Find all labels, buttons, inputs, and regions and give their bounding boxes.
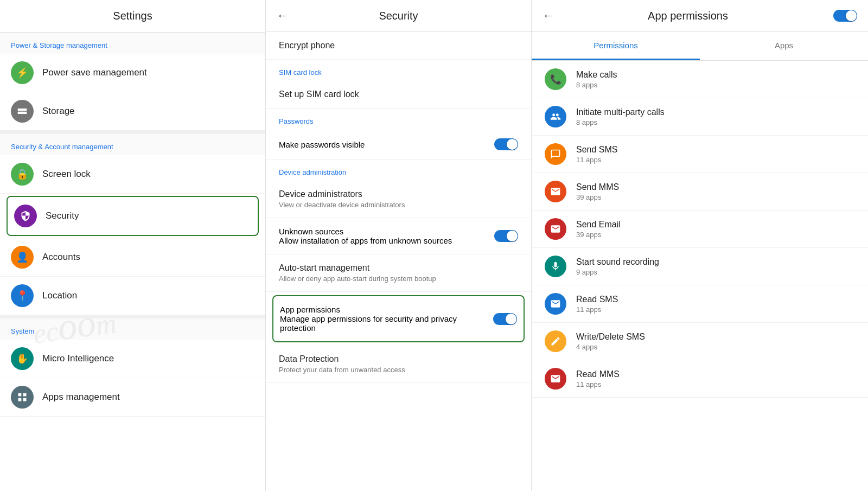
micro-label: Micro Intelligence (42, 353, 114, 364)
sound-recording-info: Start sound recording 9 apps (576, 257, 659, 276)
make-calls-info: Make calls 8 apps (576, 70, 617, 89)
perm-item-write-sms[interactable]: Write/Delete SMS 4 apps (532, 323, 868, 360)
device-admin-section-header: Device administration (266, 160, 531, 181)
read-mms-info: Read MMS 11 apps (576, 369, 620, 388)
make-calls-icon: 📞 (545, 68, 566, 90)
svg-rect-0 (18, 109, 27, 111)
micro-icon: ✋ (11, 347, 34, 370)
screenlock-label: Screen lock (42, 169, 91, 180)
device-admins-sub: View or deactivate device administrators (279, 201, 518, 209)
unknown-sources-sub: Allow installation of apps from unknown … (279, 236, 494, 245)
passwords-toggle[interactable] (494, 138, 518, 150)
security-panel: ← Security Encrypt phone SIM card lock S… (266, 0, 532, 491)
send-mms-sub: 39 apps (576, 193, 619, 201)
device-admins-label: Device administrators (279, 189, 518, 199)
sound-recording-title: Start sound recording (576, 257, 659, 267)
perm-item-multiparty[interactable]: Initiate multi-party calls 8 apps (532, 98, 868, 136)
svg-rect-4 (18, 398, 22, 401)
data-protection-sub: Protect your data from unwanted access (279, 366, 518, 374)
permissions-back-button[interactable]: ← (542, 9, 554, 23)
perm-item-send-mms[interactable]: Send MMS 39 apps (532, 173, 868, 211)
multiparty-title: Initiate multi-party calls (576, 107, 665, 117)
settings-item-security[interactable]: Security (7, 196, 259, 236)
send-mms-title: Send MMS (576, 182, 619, 192)
location-icon: 📍 (11, 284, 34, 307)
security-item-device-admins[interactable]: Device administrators View or deactivate… (266, 181, 531, 218)
location-label: Location (42, 290, 77, 301)
passwords-label: Make passwords visible (279, 140, 494, 149)
make-calls-sub: 8 apps (576, 81, 617, 89)
settings-item-location[interactable]: 📍 Location (0, 277, 265, 315)
security-item-passwords[interactable]: Make passwords visible (266, 130, 531, 160)
settings-item-screenlock[interactable]: 🔒 Screen lock (0, 155, 265, 194)
make-calls-title: Make calls (576, 70, 617, 80)
send-sms-info: Send SMS 11 apps (576, 145, 617, 164)
settings-item-apps-mgmt[interactable]: Apps management (0, 378, 265, 417)
read-sms-sub: 11 apps (576, 305, 618, 314)
perm-item-sound-recording[interactable]: Start sound recording 9 apps (532, 248, 868, 285)
tab-permissions[interactable]: Permissions (532, 32, 700, 60)
read-mms-icon (545, 368, 566, 390)
security-item-app-permissions-wrapper: App permissions Manage app permissions f… (272, 295, 525, 342)
permissions-panel-header: ← App permissions (532, 0, 868, 32)
storage-icon (11, 100, 34, 123)
perm-item-send-email[interactable]: Send Email 39 apps (532, 211, 868, 248)
security-back-button[interactable]: ← (277, 9, 289, 23)
sim-section-header: SIM card lock (266, 60, 531, 81)
security-account-header: Security & Account management (0, 134, 265, 155)
svg-rect-3 (23, 393, 27, 397)
security-item-encrypt[interactable]: Encrypt phone (266, 32, 531, 60)
perm-item-make-calls[interactable]: 📞 Make calls 8 apps (532, 61, 868, 98)
send-email-info: Send Email 39 apps (576, 220, 621, 239)
security-item-autostart[interactable]: Auto-start management Allow or deny app … (266, 254, 531, 292)
send-sms-title: Send SMS (576, 145, 617, 155)
read-mms-title: Read MMS (576, 369, 620, 379)
passwords-section-header: Passwords (266, 109, 531, 130)
apps-mgmt-label: Apps management (42, 392, 120, 403)
settings-item-storage[interactable]: Storage (0, 92, 265, 131)
accounts-label: Accounts (42, 252, 80, 263)
security-item-data-protection[interactable]: Data Protection Protect your data from u… (266, 346, 531, 383)
write-sms-icon (545, 330, 566, 352)
send-email-title: Send Email (576, 220, 621, 229)
unknown-sources-label: Unknown sources (279, 227, 494, 236)
security-item-app-permissions[interactable]: App permissions Manage app permissions f… (273, 296, 524, 341)
system-header: System (0, 318, 265, 340)
settings-item-micro[interactable]: ✋ Micro Intelligence (0, 340, 265, 378)
permissions-tabs: Permissions Apps (532, 32, 868, 61)
permissions-global-toggle[interactable] (833, 10, 857, 22)
svg-rect-5 (23, 398, 27, 401)
unknown-sources-toggle[interactable] (494, 230, 518, 242)
svg-rect-1 (18, 112, 27, 114)
permissions-panel: ← App permissions Permissions Apps 📞 Mak… (532, 0, 868, 491)
svg-rect-2 (18, 393, 22, 397)
sim-label: Set up SIM card lock (279, 90, 518, 99)
send-email-icon (545, 218, 566, 240)
multiparty-sub: 8 apps (576, 118, 665, 126)
autostart-sub: Allow or deny app auto-start during syst… (279, 275, 518, 283)
storage-label: Storage (42, 106, 75, 117)
settings-title: Settings (0, 0, 265, 33)
perm-item-read-sms[interactable]: Read SMS 11 apps (532, 285, 868, 323)
security-label: Security (46, 211, 79, 221)
write-sms-sub: 4 apps (576, 343, 645, 351)
security-item-sim[interactable]: Set up SIM card lock (266, 81, 531, 109)
power-save-label: Power save management (42, 67, 147, 78)
security-item-unknown-sources[interactable]: Unknown sources Allow installation of ap… (266, 218, 531, 254)
sound-recording-sub: 9 apps (576, 268, 659, 276)
multiparty-info: Initiate multi-party calls 8 apps (576, 107, 665, 126)
write-sms-info: Write/Delete SMS 4 apps (576, 332, 645, 351)
read-sms-info: Read SMS 11 apps (576, 295, 618, 314)
tab-apps[interactable]: Apps (700, 32, 868, 60)
app-permissions-sub: Manage app permissions for security and … (280, 314, 493, 333)
perm-item-read-mms[interactable]: Read MMS 11 apps (532, 360, 868, 398)
settings-item-accounts[interactable]: 👤 Accounts (0, 238, 265, 277)
send-sms-icon (545, 143, 566, 165)
send-mms-icon (545, 181, 566, 202)
read-sms-icon (545, 293, 566, 315)
perm-item-send-sms[interactable]: Send SMS 11 apps (532, 136, 868, 173)
read-sms-title: Read SMS (576, 295, 618, 304)
app-permissions-toggle[interactable] (493, 313, 517, 325)
apps-mgmt-icon (11, 386, 34, 409)
settings-item-power-save[interactable]: ⚡ Power save management (0, 54, 265, 92)
